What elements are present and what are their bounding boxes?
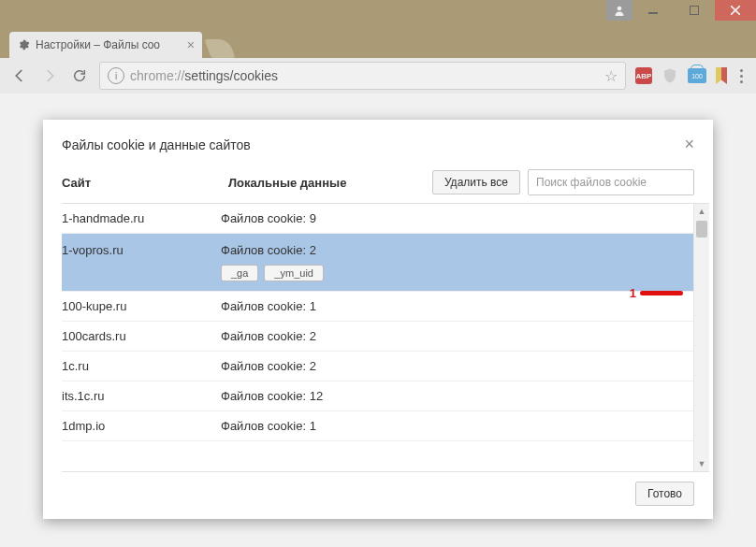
site-name: 1-handmade.ru (62, 211, 221, 225)
site-data: Файлов cookie: 2_ga_ym_uid (221, 243, 685, 281)
site-row[interactable]: 1dmp.ioФайлов cookie: 1 (62, 411, 709, 441)
scrollbar[interactable]: ▲ ▼ (693, 204, 709, 471)
site-data: Файлов cookie: 1 (221, 419, 709, 433)
column-header-data: Локальные данные (228, 176, 425, 190)
site-row[interactable]: 1-vopros.ruФайлов cookie: 2_ga_ym_uid1× (62, 234, 709, 292)
site-row[interactable]: its.1c.ruФайлов cookie: 12 (62, 381, 709, 411)
site-row[interactable]: 100cards.ruФайлов cookie: 2 (62, 322, 709, 352)
cookie-chips: _ga_ym_uid (221, 265, 685, 281)
dialog-toolbar: Сайт Локальные данные Удалить все Поиск … (43, 164, 713, 203)
cookie-site-list: 1-handmade.ruФайлов cookie: 91-vopros.ru… (62, 203, 709, 472)
site-name: 1dmp.io (62, 419, 221, 433)
cookie-chip[interactable]: _ga (221, 265, 258, 281)
annotation-1: 1 (630, 286, 683, 300)
site-data: Файлов cookie: 12 (221, 389, 709, 403)
site-name: its.1c.ru (62, 389, 221, 403)
scroll-thumb[interactable] (696, 221, 707, 238)
site-name: 1c.ru (62, 359, 221, 373)
site-data: Файлов cookie: 9 (221, 211, 709, 225)
dialog-title: Файлы cookie и данные сайтов (62, 137, 684, 152)
site-name: 1-vopros.ru (62, 243, 221, 257)
site-name: 100-kupe.ru (62, 299, 221, 313)
site-data: Файлов cookie: 1 (221, 299, 709, 313)
browser-window: Настройки – Файлы coo × i chrome://setti… (0, 0, 756, 547)
cookies-dialog: Файлы cookie и данные сайтов × Сайт Лока… (43, 120, 713, 519)
site-data: Файлов cookie: 2 (221, 359, 709, 373)
done-button[interactable]: Готово (635, 482, 694, 506)
site-row[interactable]: 100-kupe.ruФайлов cookie: 1 (62, 292, 709, 322)
dialog-footer: Готово (43, 472, 713, 519)
site-data: Файлов cookie: 2 (221, 329, 709, 343)
column-header-site: Сайт (62, 176, 221, 190)
dialog-header: Файлы cookie и данные сайтов × (43, 120, 713, 164)
cookie-search-input[interactable]: Поиск файлов cookie (528, 169, 694, 195)
site-row[interactable]: 1-handmade.ruФайлов cookie: 9 (62, 204, 709, 234)
scroll-up-icon[interactable]: ▲ (694, 204, 709, 219)
cookie-chip[interactable]: _ym_uid (264, 265, 324, 281)
dialog-close-icon[interactable]: × (684, 135, 694, 154)
site-name: 100cards.ru (62, 329, 221, 343)
scroll-down-icon[interactable]: ▼ (694, 456, 709, 471)
delete-all-button[interactable]: Удалить все (432, 170, 520, 194)
site-row[interactable]: 1c.ruФайлов cookie: 2 (62, 352, 709, 381)
